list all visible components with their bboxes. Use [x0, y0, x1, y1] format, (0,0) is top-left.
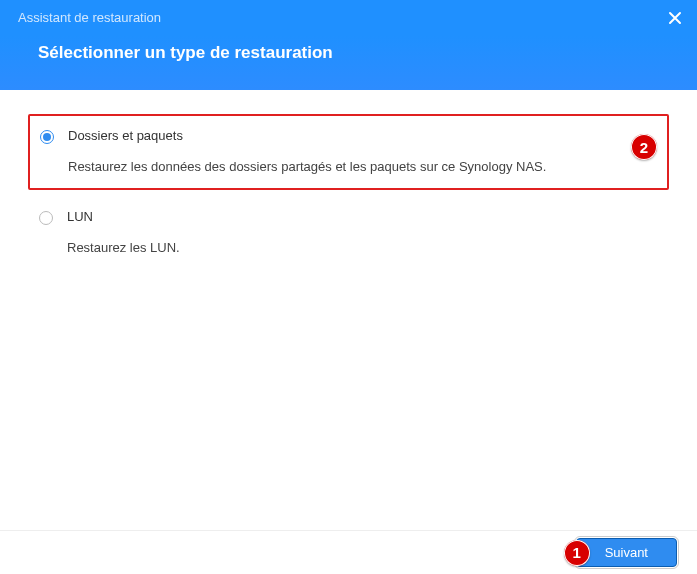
- radio-lun[interactable]: [39, 211, 53, 225]
- annotation-badge-2: 2: [631, 134, 657, 160]
- wizard-footer: 1 Suivant: [0, 530, 697, 574]
- next-button[interactable]: Suivant: [576, 538, 677, 567]
- wizard-header: Assistant de restauration Sélectionner u…: [0, 0, 697, 90]
- option-description: Restaurez les LUN.: [67, 240, 654, 255]
- option-label: Dossiers et paquets: [68, 128, 653, 143]
- wizard-step-title: Sélectionner un type de restauration: [0, 25, 697, 63]
- close-icon[interactable]: [667, 10, 683, 26]
- wizard-content: Dossiers et paquets Restaurez les donnée…: [0, 90, 697, 530]
- option-description: Restaurez les données des dossiers parta…: [68, 159, 653, 174]
- annotation-badge-1: 1: [564, 540, 590, 566]
- option-lun[interactable]: LUN Restaurez les LUN.: [28, 196, 669, 270]
- option-folders-packages[interactable]: Dossiers et paquets Restaurez les donnée…: [28, 114, 669, 190]
- option-label: LUN: [67, 209, 654, 224]
- radio-folders-packages[interactable]: [40, 130, 54, 144]
- wizard-title: Assistant de restauration: [0, 0, 697, 25]
